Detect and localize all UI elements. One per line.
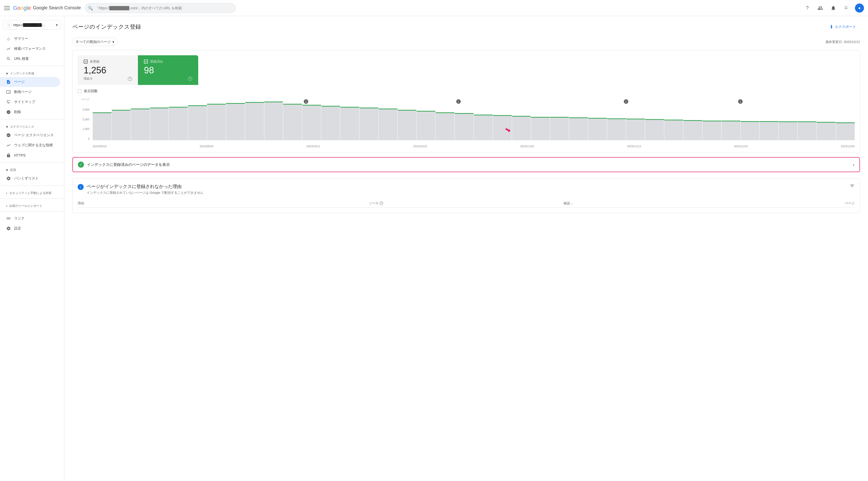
sidebar-item-sitemap[interactable]: サイトマップ [0, 97, 60, 107]
chart-bar[interactable] [798, 121, 816, 140]
chart-bar[interactable] [207, 104, 226, 140]
section-legacy-label: 以前のツールとレポート [9, 204, 42, 208]
filter-button[interactable]: すべての既知のページ ▾ [72, 38, 118, 46]
sidebar-item-summary[interactable]: ⌂ サマリー [0, 34, 60, 44]
x-axis: 2023/09/19 2023/09/30 2023/10/11 2023/10… [93, 145, 855, 148]
section-header-index[interactable]: ▾ インデックス作成 [0, 68, 64, 77]
sidebar-item-links[interactable]: リンク [0, 213, 60, 223]
section-header-extensions[interactable]: ▾ 拡張 [0, 164, 64, 173]
chart-bar[interactable] [169, 107, 188, 140]
sidebar-item-web-vitals[interactable]: ウェブに関する主な指標 [0, 140, 60, 150]
sidebar-item-pages[interactable]: ページ [0, 77, 60, 87]
source-info-icon[interactable]: ? [380, 202, 383, 205]
chart-bar[interactable] [664, 120, 683, 140]
chart-bar[interactable] [188, 105, 207, 140]
home-icon: ⌂ [6, 36, 11, 41]
section-security-label: セキュリティと手動による対策 [9, 191, 52, 195]
chart-bar[interactable] [626, 119, 645, 140]
chart-bar[interactable] [645, 119, 664, 140]
chart-bar[interactable] [588, 118, 607, 140]
chart-bar[interactable] [836, 122, 855, 140]
sidebar-item-delete[interactable]: 削除 [0, 107, 60, 117]
section-extensions-label: 拡張 [10, 168, 16, 172]
last-updated: 最終更新日: 2023/12/12 [826, 40, 860, 44]
sidebar-item-url-inspection[interactable]: URL 検査 [0, 54, 60, 64]
table-header: 理由 ソース ? 確認 ↓ ページ [78, 199, 855, 208]
chart-bar[interactable] [245, 102, 264, 140]
chart-bar[interactable] [512, 116, 531, 140]
index-link-text: インデックスに登録済みのページのデータを表示 [87, 162, 170, 167]
chart-annotation-dot[interactable]: 1 [624, 99, 628, 104]
chart-bar[interactable] [569, 117, 588, 140]
chart-bar[interactable] [550, 117, 569, 140]
table-filter-icon[interactable] [850, 183, 855, 190]
sidebar-item-settings[interactable]: 設定 [0, 223, 60, 234]
site-selector[interactable]: □ https://████████i... ▾ [3, 20, 61, 30]
chart-bar[interactable] [779, 121, 797, 140]
x-label-0: 2023/09/19 [93, 145, 106, 148]
sidebar-item-https[interactable]: HTTPS [0, 150, 60, 160]
settings-icon [6, 226, 11, 231]
chart-bar[interactable] [741, 121, 760, 140]
sidebar-item-search-performance[interactable]: 検索パフォーマンス [0, 44, 60, 54]
chart-bar[interactable] [112, 110, 131, 140]
index-link-card[interactable]: ✓ インデックスに登録済みのページのデータを表示 › [72, 157, 860, 172]
chart-bar[interactable] [721, 121, 740, 140]
registered-info-icon[interactable]: ? [188, 77, 192, 81]
chart-checkbox[interactable] [78, 89, 82, 93]
chart-bar[interactable] [264, 101, 283, 140]
export-button[interactable]: ⬇ エクスポート [826, 22, 860, 32]
chart-bar[interactable] [131, 109, 150, 140]
chart-bar[interactable] [283, 104, 302, 140]
chart-bar[interactable] [302, 105, 321, 140]
stat-card-registered: 登録済み 98 ? [138, 55, 198, 85]
chart-bar[interactable] [150, 108, 169, 140]
chart-annotation-dot[interactable]: 1 [738, 99, 743, 104]
chart-bar[interactable] [760, 121, 779, 140]
chart-bar[interactable] [531, 117, 550, 140]
unregistered-checkbox[interactable] [84, 60, 88, 64]
filter-label: すべての既知のページ [75, 40, 111, 44]
section-experience-label: エクスペリエンス [10, 125, 34, 129]
section-header-security[interactable]: › セキュリティと手動による対策 [0, 188, 64, 196]
chart-bar[interactable] [321, 106, 340, 140]
chart-bar[interactable] [436, 112, 455, 140]
section-header-legacy[interactable]: › 以前のツールとレポート [0, 201, 64, 209]
chart-bar[interactable] [817, 122, 836, 140]
registered-checkbox[interactable] [144, 60, 148, 64]
confirm-sort-icon[interactable]: ↓ [571, 202, 572, 205]
chart-bar[interactable] [416, 111, 435, 140]
site-selector-chevron: ▾ [56, 23, 58, 27]
account-circle-icon[interactable] [816, 3, 825, 12]
hamburger-menu-button[interactable] [4, 5, 10, 11]
registered-sub: ? [144, 77, 192, 81]
chart-bar[interactable] [360, 108, 378, 140]
chart-annotation-dot[interactable]: 1 [456, 99, 461, 104]
avatar[interactable]: ● [855, 3, 864, 12]
header: Google Google Search Console 🔍 ? ● [0, 0, 868, 16]
sidebar-item-page-experience[interactable]: ページ エクスペリエンス [0, 130, 60, 140]
chart-annotation-dot[interactable]: 1 [304, 99, 308, 104]
apps-icon[interactable] [842, 3, 851, 12]
chart-bar[interactable] [493, 115, 512, 140]
sidebar-item-video-pages[interactable]: 動画ページ [0, 87, 60, 97]
bell-icon[interactable] [829, 3, 838, 12]
chart-bar[interactable] [683, 120, 702, 140]
chart-section: 表示回数 ページ 3,000 2,000 1,000 0 1111 [78, 89, 855, 148]
chart-bar[interactable] [379, 109, 398, 140]
y-label-0: 0 [88, 137, 89, 140]
chart-bar[interactable] [607, 118, 626, 140]
chart-bar[interactable] [340, 107, 359, 140]
chart-bar[interactable] [455, 113, 473, 140]
chart-bar[interactable] [474, 115, 493, 140]
unregistered-info-icon[interactable]: ? [128, 77, 132, 81]
help-icon[interactable]: ? [803, 3, 812, 12]
search-input[interactable] [85, 3, 236, 13]
sidebar-item-breadcrumbs[interactable]: パンくずリスト [0, 173, 60, 183]
chart-bar[interactable] [398, 110, 416, 140]
section-header-experience[interactable]: ▾ エクスペリエンス [0, 121, 64, 130]
chart-bar[interactable] [93, 112, 112, 140]
chart-bar[interactable] [226, 103, 245, 140]
chart-bar[interactable] [703, 121, 721, 140]
search-bar[interactable]: 🔍 [85, 3, 236, 13]
